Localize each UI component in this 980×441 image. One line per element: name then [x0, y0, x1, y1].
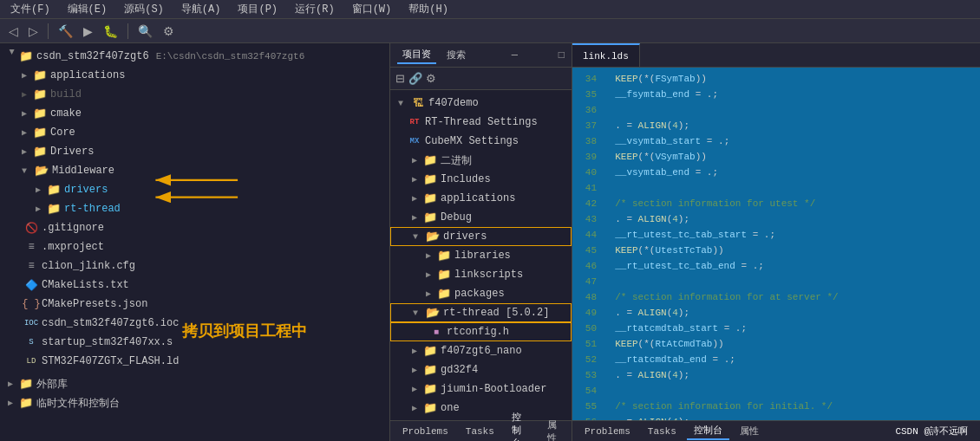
mtree-item-includes[interactable]: ▶ 📁 Includes [390, 170, 572, 189]
mtree-item-cubemx-settings[interactable]: MX CubeMX Settings [390, 132, 572, 151]
folder-icon: 📁 [33, 126, 47, 139]
toolbar-debug-btn[interactable]: 🐛 [100, 23, 121, 40]
mtree-item-rtt-highlighted[interactable]: ▼ 📂 rt-thread [5.0.2] [390, 303, 572, 322]
tree-item-root[interactable]: ▶ 📁 csdn_stm32f407zgt6 E:\csdn\csdn_stm3… [0, 47, 389, 66]
line-content: __vsymtab_start = .; [604, 133, 729, 149]
tree-item-cmake[interactable]: ▶ 📁 cmake [0, 104, 389, 123]
mtree-item-packages[interactable]: ▶ 📁 packages [390, 284, 572, 303]
folder-open-icon: 📂 [426, 306, 440, 320]
line-content: KEEP(*(UtestTcTab)) [604, 243, 724, 258]
chevron-down-icon: ▶ [3, 49, 17, 63]
tree-label-startup: startup_stm32f407xx.s [42, 336, 173, 348]
console-tab-active[interactable]: 控制台 [687, 422, 729, 440]
tree-item-mxproject[interactable]: ≡ .mxproject [0, 237, 389, 256]
tab-project[interactable]: 项目资 [397, 46, 436, 64]
chevron-right-icon: ▶ [421, 287, 435, 301]
console-tab[interactable]: 控制台 [505, 409, 537, 441]
mtree-item-f407zgt6[interactable]: ▶ 📁 f407zgt6_nano [390, 341, 572, 360]
menu-source[interactable]: 源码(S) [121, 0, 167, 18]
minimize-icon[interactable]: — [512, 49, 518, 62]
tree-item-temp[interactable]: ▶ 📁 临时文件和控制台 [0, 393, 389, 412]
tree-item-drivers[interactable]: ▶ 📁 Drivers [0, 142, 389, 161]
tree-item-middleware-drivers[interactable]: ▶ 📁 drivers [0, 180, 389, 199]
tree-item-rt-thread[interactable]: ▶ 📁 rt-thread [0, 199, 389, 218]
chevron-right-icon: ▶ [31, 202, 45, 216]
line-num: 49 [572, 305, 604, 321]
tree-item-gitignore[interactable]: 🚫 .gitignore [0, 218, 389, 237]
mtree-item-libraries[interactable]: ▶ 📁 libraries [390, 246, 572, 265]
chevron-right-icon: ▶ [408, 382, 421, 396]
toolbar-back-btn[interactable]: ◁ [5, 23, 22, 40]
json-icon: { } [24, 297, 38, 311]
folder-icon: 📁 [423, 153, 437, 167]
collapse-all-btn[interactable]: ⊟ [395, 72, 405, 85]
code-line: 48 /* section information for at server … [572, 289, 980, 305]
problems-tab[interactable]: Problems [395, 425, 455, 438]
toolbar-settings-btn[interactable]: ⚙ [160, 23, 178, 40]
line-content: KEEP(*(VSymTab)) [604, 149, 707, 165]
menu-edit[interactable]: 编辑(E) [64, 0, 111, 18]
toolbar-search-btn[interactable]: 🔍 [134, 23, 156, 40]
tree-item-build[interactable]: ▶ 📁 build [0, 85, 389, 104]
code-line: 42 /* section information for utest */ [572, 196, 980, 211]
mtree-label: linkscripts [454, 269, 523, 281]
chevron-right-icon: ▶ [17, 88, 31, 101]
tree-label-cmake: CMakeLists.txt [42, 279, 129, 291]
link-editor-btn[interactable]: 🔗 [408, 72, 422, 85]
chevron-down-icon: ▼ [408, 306, 422, 320]
tree-item-core[interactable]: ▶ 📁 Core [0, 123, 389, 142]
tab-search[interactable]: 搜索 [441, 47, 471, 63]
toolbar-run-btn[interactable]: ▶ [80, 23, 96, 40]
tasks-tab[interactable]: Tasks [459, 425, 501, 438]
toolbar-sep2 [127, 23, 128, 39]
tree-item-startup[interactable]: S startup_stm32f407xx.s [0, 333, 389, 352]
maximize-icon[interactable]: □ [559, 49, 565, 62]
tree-item-applications[interactable]: ▶ 📁 applications [0, 66, 389, 85]
h-icon: ■ [429, 325, 443, 339]
editor-tab-linklds[interactable]: link.lds [572, 43, 640, 67]
mtree-item-drivers-highlighted[interactable]: ▼ 📂 drivers [390, 227, 572, 246]
mtree-item-one[interactable]: ▶ 📁 one [390, 399, 572, 418]
folder-icon: 📁 [423, 211, 437, 224]
menu-file[interactable]: 文件(F) [7, 0, 54, 18]
cmake-icon: 🔷 [24, 278, 38, 292]
mtree-label: f407zgt6_nano [441, 345, 522, 357]
tree-item-cmakelists[interactable]: 🔷 CMakeLists.txt [0, 276, 389, 295]
mtree-item-rtt-settings[interactable]: RT RT-Thread Settings [390, 113, 572, 132]
menu-window[interactable]: 窗口(W) [349, 0, 395, 18]
code-line: 34 KEEP(*(FSymTab)) [572, 71, 980, 87]
line-num: 55 [572, 399, 604, 414]
properties-tab[interactable]: 属性 [733, 423, 766, 439]
settings-btn[interactable]: ⚙ [426, 72, 436, 85]
code-editor[interactable]: 34 KEEP(*(FSymTab)) 35 __fsymtab_end = .… [572, 68, 980, 420]
problems-tab[interactable]: Problems [578, 425, 637, 438]
code-line: 51 KEEP(*(RtAtCmdTab)) [572, 336, 980, 352]
tree-item-ioc[interactable]: IOC csdn_stm32f407zgt6.ioc [0, 314, 389, 333]
mtree-item-bootloader[interactable]: ▶ 📁 jiumin-Bootloader [390, 379, 572, 399]
line-num: 52 [572, 352, 604, 367]
toolbar-build-btn[interactable]: 🔨 [55, 23, 76, 40]
mtree-item-linkscripts[interactable]: ▶ 📁 linkscripts [390, 265, 572, 284]
mtree-item-rtconfig[interactable]: ■ rtconfig.h [390, 322, 572, 341]
tree-item-middleware[interactable]: ▼ 📂 Middleware [0, 161, 389, 180]
menu-nav[interactable]: 导航(A) [178, 0, 225, 18]
menu-run[interactable]: 运行(R) [291, 0, 338, 18]
mtree-item-binary[interactable]: ▶ 📁 二进制 [390, 151, 572, 170]
menu-help[interactable]: 帮助(H) [405, 0, 452, 18]
toolbar-sep1 [48, 23, 49, 39]
properties-tab[interactable]: 属性 [540, 417, 566, 442]
tasks-tab[interactable]: Tasks [641, 425, 683, 438]
tree-item-ld[interactable]: LD STM32F407ZGTx_FLASH.ld [0, 352, 389, 371]
chevron-right-icon: ▶ [408, 153, 421, 167]
tree-item-jlink[interactable]: ≡ clion_jlink.cfg [0, 256, 389, 276]
tree-item-extlibs[interactable]: ▶ 📁 外部库 [0, 374, 389, 393]
mtree-item-applications[interactable]: ▶ 📁 applications [390, 189, 572, 208]
chevron-right-icon: ▶ [17, 68, 31, 82]
toolbar-forward-btn[interactable]: ▷ [25, 23, 42, 40]
mtree-item-debug[interactable]: ▶ 📁 Debug [390, 208, 572, 227]
mtree-item-gd32f4[interactable]: ▶ 📁 gd32f4 [390, 360, 572, 379]
mtree-item-f407demo[interactable]: ▼ 🏗 f407demo [390, 94, 572, 113]
tree-label-presets: CMakePresets.json [42, 298, 147, 310]
menu-project[interactable]: 项目(P) [234, 0, 281, 18]
tree-item-cmakepresets[interactable]: { } CMakePresets.json [0, 295, 389, 314]
